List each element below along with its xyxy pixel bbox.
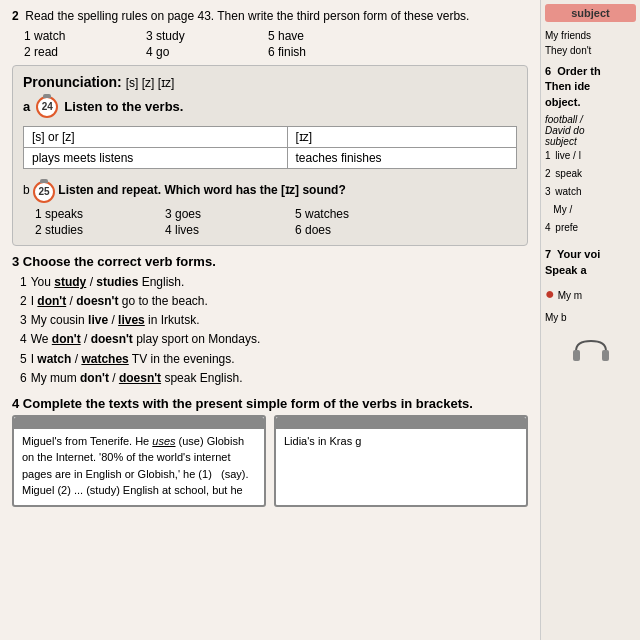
- pronunciation-title: Pronunciation: [s] [z] [ɪz]: [23, 74, 517, 90]
- listen-b-row: b 25 Listen and repeat. Which word has t…: [23, 179, 517, 201]
- list-item: 1You study / studies English.: [20, 273, 528, 292]
- table-col1-words: plays meets listens: [24, 147, 288, 168]
- text-box-1-header: [14, 417, 264, 429]
- section-4-title: 4 Complete the texts with the present si…: [12, 396, 528, 411]
- list-item: 5I watch / watches TV in the evenings.: [20, 350, 528, 369]
- section-4: 4 Complete the texts with the present si…: [12, 396, 528, 507]
- word-3: 3 goes: [165, 207, 295, 221]
- svg-rect-0: [573, 350, 580, 361]
- list-item: 3My cousin live / lives in Irkutsk.: [20, 311, 528, 330]
- right-section-7: 7 Your voiSpeak a ●My m My b: [545, 247, 636, 368]
- track-24-badge[interactable]: 24: [36, 96, 58, 118]
- listen-a-row: a 24 Listen to the verbs.: [23, 96, 517, 118]
- list-item: 3 watch My /: [545, 183, 636, 219]
- right-intro: My friends They don't: [545, 28, 636, 58]
- listen-repeat-label: Listen and repeat. Which word has the [ɪ…: [58, 182, 345, 196]
- word-6: 6 does: [295, 223, 425, 237]
- verb-2: 2 read: [24, 45, 144, 59]
- verb-3: 3 study: [146, 29, 266, 43]
- word-1: 1 speaks: [35, 207, 165, 221]
- pronunciation-box: Pronunciation: [s] [z] [ɪz] a 24 Listen …: [12, 65, 528, 246]
- svg-rect-1: [602, 350, 609, 361]
- word-2: 2 studies: [35, 223, 165, 237]
- right-panel: subject My friends They don't 6 Order th…: [540, 0, 640, 640]
- speech-bubble-2: My b: [545, 310, 636, 325]
- section-2-number: 2: [12, 9, 19, 23]
- verb-list: 1 watch 3 study 5 have 2 read 4 go 6 fin…: [24, 29, 528, 59]
- section-3: 3 Choose the correct verb forms. 1You st…: [12, 254, 528, 388]
- table-col2-words: teaches finishes: [287, 147, 516, 168]
- iz-table: [s] or [z] [ɪz] plays meets listens teac…: [23, 126, 517, 169]
- speech-bubble-1: ●My m: [545, 282, 636, 306]
- table-col2-header: [ɪz]: [287, 126, 516, 147]
- list-item: 2I don't / doesn't go to the beach.: [20, 292, 528, 311]
- headphones-icon: [571, 337, 611, 365]
- speech-icon-1: ●: [545, 285, 555, 302]
- table-col1-header: [s] or [z]: [24, 126, 288, 147]
- right-list: 1 live / l 2 speak 3 watch My / 4 prefe: [545, 147, 636, 237]
- subject-box: subject: [545, 4, 636, 22]
- right-section-6: 6 Order thThen ideobject. football /Davi…: [545, 64, 636, 237]
- list-item: 4We don't / doesn't play sport on Monday…: [20, 330, 528, 349]
- list-item: 6My mum don't / doesn't speak English.: [20, 369, 528, 388]
- list-item: 4 prefe: [545, 219, 636, 237]
- text-box-2: Lidia's in Kras g: [274, 415, 528, 507]
- verb-1: 1 watch: [24, 29, 144, 43]
- section-2-instruction: Read the spelling rules on page 43. Then…: [25, 9, 469, 23]
- headphones-area: [545, 337, 636, 368]
- text-boxes: Miguel's from Tenerife. He uses (use) Gl…: [12, 415, 528, 507]
- list-item: 2 speak: [545, 165, 636, 183]
- section-3-title: 3 Choose the correct verb forms.: [12, 254, 528, 269]
- word-4: 4 lives: [165, 223, 295, 237]
- text-box-2-header: [276, 417, 526, 429]
- part-a-label: a: [23, 99, 30, 114]
- section-2: 2 Read the spelling rules on page 43. Th…: [12, 8, 528, 59]
- list-item: 1 live / l: [545, 147, 636, 165]
- verb-6: 6 finish: [268, 45, 388, 59]
- text-box-2-content: Lidia's in Kras g: [284, 435, 361, 447]
- section-2-title: 2 Read the spelling rules on page 43. Th…: [12, 8, 528, 25]
- right-section-6-title: 6 Order thThen ideobject.: [545, 64, 636, 110]
- main-content: 2 Read the spelling rules on page 43. Th…: [0, 0, 540, 640]
- track-25-badge[interactable]: 25: [33, 181, 55, 203]
- verb-4: 4 go: [146, 45, 266, 59]
- part-b-label: b: [23, 182, 33, 196]
- text-box-1: Miguel's from Tenerife. He uses (use) Gl…: [12, 415, 266, 507]
- word-5: 5 watches: [295, 207, 425, 221]
- text-box-1-content: Miguel's from Tenerife. He uses (use) Gl…: [22, 435, 248, 497]
- right-example: football /David dosubject: [545, 114, 636, 147]
- word-grid: 1 speaks 3 goes 5 watches 2 studies 4 li…: [35, 207, 517, 237]
- right-section-7-title: 7 Your voiSpeak a: [545, 247, 636, 278]
- exercise-list: 1You study / studies English. 2I don't /…: [20, 273, 528, 388]
- listen-verbs-label: Listen to the verbs.: [64, 99, 183, 114]
- verb-5: 5 have: [268, 29, 388, 43]
